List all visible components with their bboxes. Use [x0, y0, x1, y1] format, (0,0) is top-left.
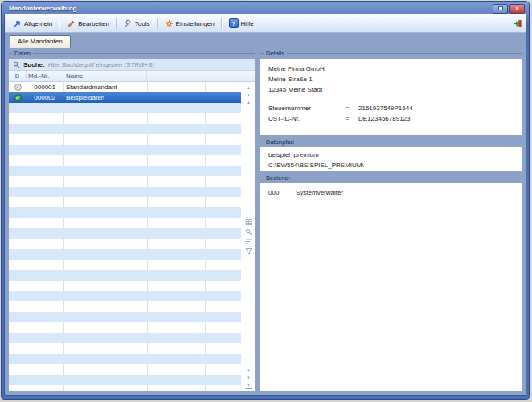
menu-einstellungen[interactable]: Einstellungen	[160, 18, 219, 30]
app-window: Mandantenverwaltung × Allgemein Bearbeit…	[1, 1, 530, 400]
field-label: UST-ID-Nr.	[268, 115, 346, 122]
table-row-empty[interactable]	[9, 124, 241, 134]
field-value: 2151937549P1644	[358, 105, 413, 112]
status-inactive-icon: ✓	[14, 84, 22, 91]
table-row-empty[interactable]	[9, 134, 241, 145]
bediener-group-label: Bediener	[260, 174, 522, 183]
datenpfad-group-box: beispiel_premium C:\BW554\BEISPIEL_PREMI…	[260, 146, 522, 172]
column-header-mdnr[interactable]: Md.-Nr.	[27, 71, 63, 81]
titlebar[interactable]: Mandantenverwaltung ×	[4, 2, 526, 14]
menu-label: Allgemein	[24, 20, 52, 27]
table-row-empty[interactable]	[9, 322, 241, 333]
table-row-empty[interactable]	[9, 260, 241, 270]
cell-mdnr: 000002	[27, 94, 63, 101]
cell-name: Beispieldaten	[63, 94, 147, 101]
column-header-status[interactable]: B	[9, 71, 27, 81]
close-icon: ×	[515, 6, 518, 11]
minimize-button[interactable]	[493, 4, 508, 14]
scroll-up-icon[interactable]: ▲	[245, 100, 252, 105]
table-row[interactable]: ✓ 000001 Standardmandant	[9, 82, 241, 92]
search-label: Suche:	[23, 61, 45, 68]
menu-allgemein[interactable]: Allgemein	[8, 18, 57, 30]
table-row-empty[interactable]	[9, 113, 241, 124]
group-title: Bediener	[266, 174, 290, 182]
table-row-empty[interactable]	[9, 364, 241, 375]
arrow-up-right-icon	[13, 19, 22, 28]
exit-icon[interactable]	[514, 19, 522, 28]
steuernummer-field: Steuernummer = 2151937549P1644	[268, 103, 514, 113]
table-row-empty[interactable]	[9, 385, 241, 391]
field-value: DE123456789123	[358, 115, 411, 122]
table-row-empty[interactable]	[9, 176, 241, 187]
toolbar-separator	[221, 18, 223, 29]
scroll-down-icon[interactable]: ▼	[245, 368, 252, 373]
details-group-label: Details	[260, 49, 522, 58]
field-label: Steuernummer	[268, 105, 346, 112]
table-body: ✓ 000001 Standardmandant ✓ 000002 Beispi…	[9, 82, 241, 391]
search-icon	[13, 61, 20, 68]
status-active-icon: ✓	[14, 94, 22, 101]
table-row-empty[interactable]	[9, 145, 241, 155]
scroll-last-icon[interactable]: ▼	[245, 383, 252, 389]
table-row-empty[interactable]	[9, 187, 241, 197]
datenpfad-group-label: Datenpfad	[260, 137, 522, 146]
table-row-empty[interactable]	[9, 155, 241, 166]
table-row-empty[interactable]	[9, 343, 241, 354]
wrench-icon	[124, 19, 133, 28]
table-row-empty[interactable]	[9, 207, 241, 218]
search-list-icon[interactable]	[245, 228, 252, 236]
table-row-empty[interactable]	[9, 197, 241, 207]
bediener-group-box: 000 Systemverwalter	[260, 183, 522, 392]
table-row-empty[interactable]	[9, 103, 241, 113]
search-bar[interactable]: Suche: Hier Suchbegriff eingeben (STRG+S…	[9, 59, 255, 71]
group-title: Details	[266, 50, 284, 57]
table-header[interactable]: B Md.-Nr. Name	[9, 71, 255, 82]
table-row-empty[interactable]	[9, 375, 241, 385]
scroll-first-icon[interactable]: ▲	[245, 84, 252, 90]
table-row-empty[interactable]	[9, 281, 241, 291]
help-icon: ?	[229, 18, 239, 28]
table-row-empty[interactable]	[9, 270, 241, 281]
table-row-empty[interactable]	[9, 228, 241, 239]
menu-bearbeiten[interactable]: Bearbeiten	[62, 18, 114, 30]
menu-hilfe[interactable]: ? Hilfe	[224, 17, 259, 30]
filter-icon[interactable]	[245, 248, 252, 255]
city-line: 12345 Meine Stadt	[268, 84, 514, 95]
data-name-line: beispiel_premium	[268, 150, 514, 160]
table-row-empty[interactable]	[9, 302, 241, 312]
app-body: Allgemein Bearbeiten Tools Einstellungen…	[4, 14, 526, 396]
scroll-page-up-icon[interactable]: ▲	[245, 92, 252, 97]
toolbar: Allgemein Bearbeiten Tools Einstellungen…	[5, 14, 526, 33]
window-buttons: ×	[493, 4, 525, 14]
column-header-name[interactable]: Name	[63, 71, 147, 81]
right-panels: Details Meine Firma GmbH Meine Straße 1 …	[260, 49, 522, 392]
table-row-empty[interactable]	[9, 333, 241, 343]
table-row-empty[interactable]	[9, 239, 241, 249]
menu-label: Bearbeiten	[78, 20, 109, 27]
bediener-name: Systemverwalter	[296, 189, 343, 196]
table-row-empty[interactable]	[9, 249, 241, 260]
tab-alle-mandanten[interactable]: Alle Mandanten	[10, 35, 71, 48]
cell-mdnr: 000001	[27, 84, 63, 91]
table-row-empty[interactable]	[9, 312, 241, 322]
group-title: Datenpfad	[266, 138, 294, 146]
table-row-empty[interactable]	[9, 354, 241, 364]
table-side-toolbar: ▲ ▲ ▲ ▼	[242, 82, 255, 391]
scroll-page-down-icon[interactable]: ▼	[245, 375, 252, 380]
table-row-empty[interactable]	[9, 291, 241, 302]
bediener-entry[interactable]: 000 Systemverwalter	[268, 187, 514, 198]
menu-label: Hilfe	[241, 20, 254, 27]
details-group-box: Meine Firma GmbH Meine Straße 1 12345 Me…	[260, 58, 522, 136]
tab-strip: Alle Mandanten	[5, 33, 526, 48]
table-row-selected[interactable]: ✓ 000002 Beispieldaten	[9, 92, 241, 103]
menu-tools[interactable]: Tools	[119, 18, 155, 30]
group-title: Daten	[14, 50, 31, 57]
close-button[interactable]: ×	[509, 4, 525, 14]
equals-sign: =	[346, 116, 358, 121]
table-row-empty[interactable]	[9, 218, 241, 228]
sort-icon[interactable]	[245, 238, 252, 245]
grid-view-icon[interactable]	[245, 219, 252, 226]
table-row-empty[interactable]	[9, 166, 241, 176]
window-title: Mandantenverwaltung	[9, 5, 493, 12]
search-input[interactable]: Hier Suchbegriff eingeben (STRG+S)	[48, 61, 154, 68]
